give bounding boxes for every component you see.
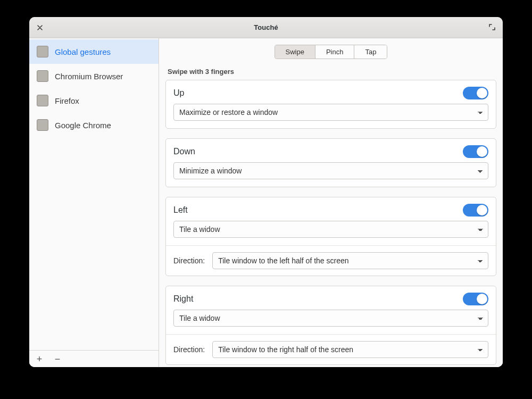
tab-swipe[interactable]: Swipe: [275, 45, 315, 59]
sidebar-toolbar: + −: [29, 350, 159, 367]
sidebar-item-label: Firefox: [55, 96, 79, 105]
gesture-action-select[interactable]: Tile a widow: [173, 310, 488, 327]
gesture-enabled-toggle[interactable]: [463, 87, 488, 99]
gesture-row-header: Down: [166, 139, 496, 162]
sidebar-item[interactable]: Google Chrome: [29, 113, 159, 137]
main-content: SwipePinchTap Swipe with 3 fingersUpMaxi…: [159, 38, 503, 367]
maximize-icon: [489, 23, 495, 32]
gesture-action-row: Tile a widow: [166, 221, 496, 245]
gesture-row-header: Left: [166, 197, 496, 221]
toggle-knob: [477, 146, 487, 157]
window-close-button[interactable]: [34, 21, 46, 34]
gesture-card: LeftTile a widowDirection:Tile window to…: [165, 197, 496, 276]
app-icon: [37, 95, 48, 106]
gesture-card: UpMaximize or restore a window: [165, 80, 496, 129]
app-window: Touché Global gesturesChromium BrowserFi…: [29, 17, 503, 367]
gesture-direction-label: Left: [173, 205, 188, 215]
gesture-action-select[interactable]: Maximize or restore a window: [173, 104, 488, 121]
toggle-knob: [477, 88, 487, 98]
sidebar-item-label: Global gestures: [55, 47, 111, 56]
remove-app-button[interactable]: −: [53, 354, 62, 364]
gesture-subaction-label: Direction:: [173, 345, 205, 354]
tab-tap[interactable]: Tap: [354, 45, 387, 59]
gesture-enabled-toggle[interactable]: [463, 145, 488, 158]
window-title: Touché: [254, 23, 278, 31]
sidebar-item[interactable]: Chromium Browser: [29, 64, 159, 88]
gesture-action-select[interactable]: Tile a widow: [173, 221, 488, 238]
gesture-enabled-toggle[interactable]: [463, 204, 488, 217]
sidebar-item[interactable]: Global gestures: [29, 39, 159, 64]
sidebar-item-label: Chromium Browser: [55, 72, 123, 81]
toggle-knob: [477, 294, 487, 304]
gesture-subaction-select[interactable]: Tile window to the left half of the scre…: [212, 252, 488, 269]
gesture-enabled-toggle[interactable]: [463, 293, 488, 305]
gesture-action-row: Maximize or restore a window: [166, 104, 496, 128]
app-icon: [37, 119, 48, 131]
sidebar: Global gesturesChromium BrowserFirefoxGo…: [29, 38, 159, 367]
sidebar-item[interactable]: Firefox: [29, 88, 159, 113]
close-icon: [37, 23, 43, 32]
gesture-type-tabs-wrap: SwipePinchTap: [165, 38, 496, 61]
window-body: Global gesturesChromium BrowserFirefoxGo…: [29, 38, 503, 367]
app-icon: [37, 46, 48, 57]
gesture-subaction-label: Direction:: [173, 256, 205, 265]
gesture-direction-label: Up: [173, 88, 184, 98]
toggle-knob: [477, 205, 487, 215]
gesture-action-row: Minimize a window: [166, 162, 496, 187]
gesture-type-tabs: SwipePinchTap: [275, 45, 388, 59]
gesture-row-header: Up: [166, 80, 496, 104]
gesture-action-select[interactable]: Minimize a window: [173, 162, 488, 179]
tab-pinch[interactable]: Pinch: [315, 45, 355, 59]
gesture-subaction-select[interactable]: Tile window to the right half of the scr…: [212, 341, 488, 358]
add-app-button[interactable]: +: [35, 354, 44, 364]
app-icon: [37, 70, 48, 82]
gesture-direction-label: Right: [173, 294, 193, 304]
gesture-direction-label: Down: [173, 147, 195, 156]
section-title: Swipe with 3 fingers: [165, 61, 496, 80]
window-maximize-button[interactable]: [486, 21, 498, 34]
gesture-card: DownMinimize a window: [165, 138, 496, 187]
gesture-action-row: Tile a widow: [166, 310, 496, 334]
gesture-row-header: Right: [166, 286, 496, 310]
gesture-subaction-row: Direction:Tile window to the right half …: [166, 334, 496, 364]
gesture-subaction-row: Direction:Tile window to the left half o…: [166, 245, 496, 276]
gesture-card: RightTile a widowDirection:Tile window t…: [165, 286, 496, 365]
sidebar-item-label: Google Chrome: [55, 121, 111, 130]
sidebar-list: Global gesturesChromium BrowserFirefoxGo…: [29, 38, 159, 350]
titlebar: Touché: [29, 17, 503, 38]
